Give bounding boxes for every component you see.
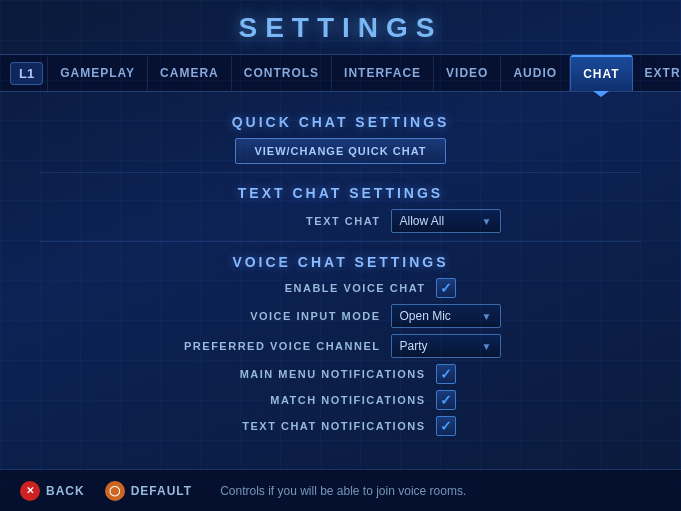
back-button[interactable]: ✕ BACK [20, 481, 85, 501]
tab-bar: L1 GAMEPLAY CAMERA CONTROLS INTERFACE VI… [0, 54, 681, 92]
text-chat-dropdown[interactable]: Allow All ▼ [391, 209, 501, 233]
quick-chat-header: QUICK CHAT SETTINGS [40, 114, 641, 130]
voice-input-mode-dropdown[interactable]: Open Mic ▼ [391, 304, 501, 328]
text-chat-notifications-row: TEXT CHAT NOTIFICATIONS [40, 416, 641, 436]
dropdown-arrow-icon: ▼ [482, 216, 492, 227]
page-title: SETTINGS [0, 0, 681, 54]
enable-voice-chat-label: ENABLE VOICE CHAT [226, 282, 426, 294]
dropdown-arrow-icon: ▼ [482, 311, 492, 322]
text-chat-label: TEXT CHAT [181, 215, 381, 227]
match-notifications-label: MATCH NOTIFICATIONS [226, 394, 426, 406]
default-circle-icon: ◯ [105, 481, 125, 501]
back-circle-icon: ✕ [20, 481, 40, 501]
default-button[interactable]: ◯ DEFAULT [105, 481, 192, 501]
view-change-quick-chat-button[interactable]: VIEW/CHANGE QUICK CHAT [235, 138, 445, 164]
text-chat-notifications-checkbox[interactable] [436, 416, 456, 436]
tab-video[interactable]: VIDEO [434, 55, 501, 91]
preferred-voice-channel-row: PREFERRED VOICE CHANNEL Party ▼ [40, 334, 641, 358]
enable-voice-chat-row: ENABLE VOICE CHAT [40, 278, 641, 298]
voice-chat-header: VOICE CHAT SETTINGS [40, 254, 641, 270]
text-chat-dropdown-value: Allow All [400, 214, 445, 228]
preferred-voice-channel-label: PREFERRED VOICE CHANNEL [181, 340, 381, 352]
preferred-voice-channel-value: Party [400, 339, 428, 353]
voice-input-mode-label: VOICE INPUT MODE [181, 310, 381, 322]
tab-chat[interactable]: CHAT [570, 55, 632, 91]
match-notifications-checkbox[interactable] [436, 390, 456, 410]
tab-interface[interactable]: INTERFACE [332, 55, 434, 91]
tab-camera[interactable]: CAMERA [148, 55, 232, 91]
tab-audio[interactable]: AUDIO [501, 55, 570, 91]
main-menu-notifications-label: MAIN MENU NOTIFICATIONS [226, 368, 426, 380]
match-notifications-row: MATCH NOTIFICATIONS [40, 390, 641, 410]
back-label: BACK [46, 484, 85, 498]
left-shoulder[interactable]: L1 [10, 62, 43, 85]
bottom-hint: Controls if you will be able to join voi… [220, 484, 466, 498]
voice-input-mode-value: Open Mic [400, 309, 451, 323]
enable-voice-chat-checkbox[interactable] [436, 278, 456, 298]
bottom-bar: ✕ BACK ◯ DEFAULT Controls if you will be… [0, 469, 681, 511]
default-label: DEFAULT [131, 484, 192, 498]
text-chat-row: TEXT CHAT Allow All ▼ [40, 209, 641, 233]
main-menu-notifications-row: MAIN MENU NOTIFICATIONS [40, 364, 641, 384]
settings-content: QUICK CHAT SETTINGS VIEW/CHANGE QUICK CH… [0, 92, 681, 436]
voice-input-mode-row: VOICE INPUT MODE Open Mic ▼ [40, 304, 641, 328]
tab-extras[interactable]: EXTRAS [633, 55, 681, 91]
text-chat-notifications-label: TEXT CHAT NOTIFICATIONS [226, 420, 426, 432]
tab-gameplay[interactable]: GAMEPLAY [47, 55, 148, 91]
main-menu-notifications-checkbox[interactable] [436, 364, 456, 384]
dropdown-arrow-icon: ▼ [482, 341, 492, 352]
tab-controls[interactable]: CONTROLS [232, 55, 332, 91]
text-chat-header: TEXT CHAT SETTINGS [40, 185, 641, 201]
preferred-voice-channel-dropdown[interactable]: Party ▼ [391, 334, 501, 358]
